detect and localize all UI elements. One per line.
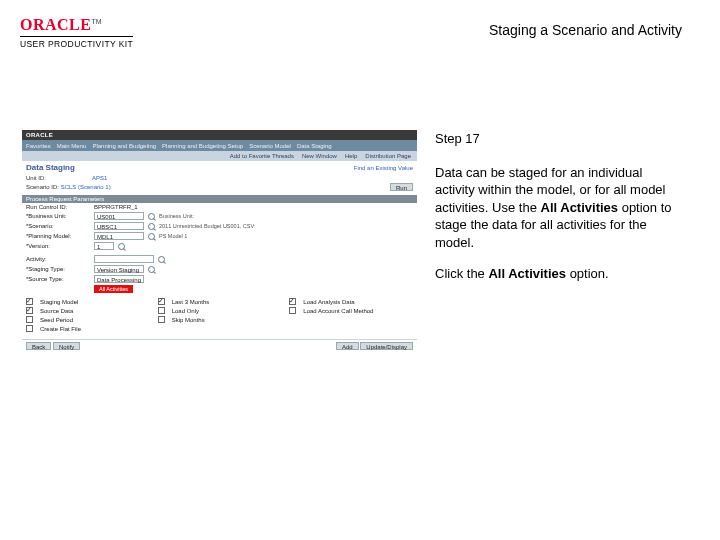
checkbox[interactable] xyxy=(26,325,33,332)
brand-logo: ORACLETM USER PRODUCTIVITY KIT xyxy=(20,16,133,49)
activity-input[interactable] xyxy=(94,255,154,263)
util-link[interactable]: Help xyxy=(345,153,357,159)
source-type-label: *Source Type: xyxy=(26,276,90,282)
step-label: Step 17 xyxy=(435,130,685,148)
nav-item[interactable]: Data Staging xyxy=(297,143,332,149)
lookup-icon[interactable] xyxy=(158,256,165,263)
nav-item[interactable]: Planning and Budgeting Setup xyxy=(162,143,243,149)
model-label: *Planning Model: xyxy=(26,233,90,239)
staging-type-label: *Staging Type: xyxy=(26,266,90,272)
unitid-label: Unit ID: xyxy=(26,175,86,181)
section-band: Process Request Parameters xyxy=(22,195,417,203)
activity-label: Activity: xyxy=(26,256,90,262)
model-desc: PS Model 1 xyxy=(159,233,187,239)
bu-label: *Business Unit: xyxy=(26,213,90,219)
source-type-select[interactable]: Data Processing xyxy=(94,275,144,283)
breadcrumb: Favorites Main Menu Planning and Budgeti… xyxy=(22,140,417,151)
brand-word: ORACLE xyxy=(20,16,91,33)
checkbox[interactable] xyxy=(26,298,33,305)
back-button[interactable]: Back xyxy=(26,342,51,350)
lookup-icon[interactable] xyxy=(148,233,155,240)
lookup-icon[interactable] xyxy=(148,223,155,230)
lookup-icon[interactable] xyxy=(148,213,155,220)
page-title: Data Staging xyxy=(26,163,75,172)
checkbox[interactable] xyxy=(289,307,296,314)
unitid-value: APS1 xyxy=(92,175,107,181)
scenario-desc: 2011 Unrestricted Budget US001, CSV: xyxy=(159,223,255,229)
find-link[interactable]: Find an Existing Value xyxy=(354,165,413,171)
checkbox[interactable] xyxy=(158,307,165,314)
update-display-button[interactable]: Update/Display xyxy=(360,342,413,350)
utility-bar: Add to Favorite Threads New Window Help … xyxy=(22,151,417,161)
scenarioid-value: SCLS (Scenario 1) xyxy=(61,184,111,190)
util-link[interactable]: New Window xyxy=(302,153,337,159)
checkbox-grid: Staging Model Source Data Seed Period Cr… xyxy=(22,297,417,333)
bu-input[interactable]: US001 xyxy=(94,212,144,220)
scenario-label: *Scenario: xyxy=(26,223,90,229)
nav-item[interactable]: Main Menu xyxy=(57,143,87,149)
version-input[interactable]: 1 xyxy=(94,242,114,250)
checkbox[interactable] xyxy=(158,298,165,305)
scenarioid-label: Scenario ID: xyxy=(26,184,59,190)
notify-button[interactable]: Notify xyxy=(53,342,80,350)
app-screenshot: ORACLE Favorites Main Menu Planning and … xyxy=(22,130,417,352)
nav-item[interactable]: Scenario Model xyxy=(249,143,291,149)
app-footer: Back Notify Add Update/Display xyxy=(22,339,417,352)
lookup-icon[interactable] xyxy=(118,243,125,250)
scenario-input[interactable]: UBSC1 xyxy=(94,222,144,230)
run-button[interactable]: Run xyxy=(390,183,413,191)
nav-item[interactable]: Favorites xyxy=(26,143,51,149)
checkbox[interactable] xyxy=(158,316,165,323)
run-control-label: Run Control ID: xyxy=(26,204,90,210)
brand-subtitle: USER PRODUCTIVITY KIT xyxy=(20,36,133,49)
all-activities-option[interactable]: All Activities xyxy=(94,285,133,293)
document-title: Staging a Scenario and Activity xyxy=(489,22,682,38)
staging-type-select[interactable]: Version Staging xyxy=(94,265,144,273)
instruction-action: Click the All Activities option. xyxy=(435,265,685,283)
model-input[interactable]: MDL1 xyxy=(94,232,144,240)
checkbox[interactable] xyxy=(26,307,33,314)
app-topbar: ORACLE xyxy=(22,130,417,140)
run-control-value: BPPRGTRFR_1 xyxy=(94,204,138,210)
util-link[interactable]: Distribution Page xyxy=(365,153,411,159)
util-link[interactable]: Add to Favorite Threads xyxy=(230,153,294,159)
lookup-icon[interactable] xyxy=(148,266,155,273)
add-button[interactable]: Add xyxy=(336,342,359,350)
version-label: *Version: xyxy=(26,243,90,249)
checkbox[interactable] xyxy=(289,298,296,305)
trademark: TM xyxy=(91,18,101,25)
instruction-panel: Step 17 Data can be staged for an indivi… xyxy=(435,130,685,297)
checkbox[interactable] xyxy=(26,316,33,323)
nav-item[interactable]: Planning and Budgeting xyxy=(92,143,156,149)
bu-hint: Business Unit: xyxy=(159,213,194,219)
instruction-body: Data can be staged for an individual act… xyxy=(435,164,685,252)
